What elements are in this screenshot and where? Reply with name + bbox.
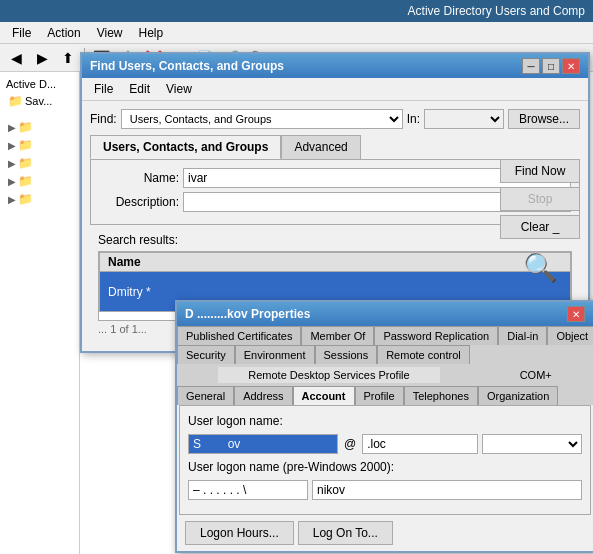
- forward-button[interactable]: ▶: [30, 47, 54, 69]
- tree-item-3[interactable]: ▶ 📁: [8, 154, 75, 172]
- menu-file[interactable]: File: [4, 24, 39, 42]
- clear-all-button[interactable]: Clear _: [500, 215, 580, 239]
- tab-users-contacts-groups[interactable]: Users, Contacts, and Groups: [90, 135, 281, 159]
- properties-controls: ✕: [567, 306, 585, 322]
- prop-tabs-row3: General Address Account Profile Telephon…: [177, 386, 593, 405]
- tab-account[interactable]: Account: [293, 386, 355, 405]
- menu-action[interactable]: Action: [39, 24, 88, 42]
- pre2000-input-row: [188, 480, 582, 500]
- com-plus-label: COM+: [520, 369, 552, 381]
- tab-password-replication[interactable]: Password Replication: [374, 326, 498, 345]
- search-icon-area: 🔍: [500, 251, 580, 284]
- properties-dialog: D .........kov Properties ✕ Published Ce…: [175, 300, 593, 553]
- prop-tabs-row1: Published Certificates Member Of Passwor…: [177, 326, 593, 345]
- find-dialog-title: Find Users, Contacts, and Groups: [90, 59, 284, 73]
- tab-member-of[interactable]: Member Of: [301, 326, 374, 345]
- tree-item-5[interactable]: ▶ 📁: [8, 190, 75, 208]
- find-tabs: Users, Contacts, and Groups Advanced: [90, 135, 580, 159]
- user-logon-input-row: @: [188, 434, 582, 454]
- prop-content: User logon name: @ User logon name (pre-…: [179, 405, 591, 515]
- find-dialog-controls: ─ □ ✕: [522, 58, 580, 74]
- browse-button[interactable]: Browse...: [508, 109, 580, 129]
- log-on-to-button[interactable]: Log On To...: [298, 521, 393, 545]
- folder-3: 📁: [18, 156, 33, 170]
- dialog-menu-edit[interactable]: Edit: [121, 80, 158, 98]
- arrow-3: ▶: [8, 158, 16, 169]
- user-logon-label: User logon name:: [188, 414, 368, 428]
- tab-address[interactable]: Address: [234, 386, 292, 405]
- at-sign: @: [344, 437, 356, 451]
- find-row: Find: Users, Contacts, and Groups In: Br…: [90, 109, 580, 129]
- tree-item-2[interactable]: ▶ 📁: [8, 136, 75, 154]
- description-label: Description:: [99, 195, 179, 209]
- active-directory-label: Active D...: [6, 78, 56, 90]
- pre2000-prefix-input[interactable]: [188, 480, 308, 500]
- find-dialog-menu: File Edit View: [82, 78, 588, 101]
- tab-dial-in[interactable]: Dial-in: [498, 326, 547, 345]
- user-logon-input[interactable]: [188, 434, 338, 454]
- app-title: Active Directory Users and Comp: [408, 4, 585, 18]
- properties-title-bar: D .........kov Properties ✕: [177, 302, 593, 326]
- sidebar-tree: 📁 Sav... ▶ 📁 ▶ 📁 ▶ 📁 ▶ 📁 ▶ 📁: [4, 92, 75, 208]
- pre2000-label: User logon name (pre-Windows 2000):: [188, 460, 394, 474]
- toolbar-btn-3[interactable]: ⬆: [56, 47, 80, 69]
- tab-telephones[interactable]: Telephones: [404, 386, 478, 405]
- logon-hours-button[interactable]: Logon Hours...: [185, 521, 294, 545]
- back-button[interactable]: ◀: [4, 47, 28, 69]
- tab-advanced[interactable]: Advanced: [281, 135, 360, 159]
- folder-2: 📁: [18, 138, 33, 152]
- prop-footer: Logon Hours... Log On To...: [177, 515, 593, 551]
- title-bar: Active Directory Users and Comp: [0, 0, 593, 22]
- arrow-1: ▶: [8, 122, 16, 133]
- in-label: In:: [407, 112, 420, 126]
- find-label: Find:: [90, 112, 117, 126]
- stop-button[interactable]: Stop: [500, 187, 580, 211]
- rdp-label: Remote Desktop Services Profile: [218, 367, 439, 383]
- properties-close-button[interactable]: ✕: [567, 306, 585, 322]
- tab-remote-control[interactable]: Remote control: [377, 345, 470, 364]
- dialog-actions: Find Now Stop Clear _ 🔍: [500, 159, 580, 284]
- domain-select[interactable]: [482, 434, 582, 454]
- tab-general[interactable]: General: [177, 386, 234, 405]
- tab-object[interactable]: Object: [547, 326, 593, 345]
- close-button[interactable]: ✕: [562, 58, 580, 74]
- folder-1: 📁: [18, 120, 33, 134]
- tab-organization[interactable]: Organization: [478, 386, 558, 405]
- prop-tabs-row2: Security Environment Sessions Remote con…: [177, 345, 593, 364]
- minimize-button[interactable]: ─: [522, 58, 540, 74]
- pre2000-suffix-input[interactable]: [312, 480, 582, 500]
- user-logon-row: User logon name:: [188, 414, 582, 428]
- spacer: [8, 110, 75, 118]
- menu-help[interactable]: Help: [131, 24, 172, 42]
- tab-published-certs[interactable]: Published Certificates: [177, 326, 301, 345]
- tree-item-4[interactable]: ▶ 📁: [8, 172, 75, 190]
- tab-environment[interactable]: Environment: [235, 345, 315, 364]
- tree-item-1[interactable]: ▶ 📁: [8, 118, 75, 136]
- tab-sessions[interactable]: Sessions: [315, 345, 378, 364]
- maximize-button[interactable]: □: [542, 58, 560, 74]
- folder-4: 📁: [18, 174, 33, 188]
- magnifier-icon: 🔍: [523, 251, 558, 284]
- tab-profile[interactable]: Profile: [355, 386, 404, 405]
- sidebar-header: Active D...: [4, 76, 75, 92]
- properties-title: D .........kov Properties: [185, 307, 310, 321]
- tab-security[interactable]: Security: [177, 345, 235, 364]
- sidebar-save[interactable]: 📁 Sav...: [8, 92, 75, 110]
- pre2000-label-row: User logon name (pre-Windows 2000):: [188, 460, 582, 474]
- find-dialog-title-bar: Find Users, Contacts, and Groups ─ □ ✕: [82, 54, 588, 78]
- dialog-menu-file[interactable]: File: [86, 80, 121, 98]
- name-label: Name:: [99, 171, 179, 185]
- domain-input[interactable]: [362, 434, 478, 454]
- find-type-select[interactable]: Users, Contacts, and Groups: [121, 109, 403, 129]
- arrow-5: ▶: [8, 194, 16, 205]
- menu-view[interactable]: View: [89, 24, 131, 42]
- rdp-row: Remote Desktop Services Profile COM+: [177, 364, 593, 386]
- find-in-select[interactable]: [424, 109, 504, 129]
- menu-bar: File Action View Help: [0, 22, 593, 44]
- sidebar: Active D... 📁 Sav... ▶ 📁 ▶ 📁 ▶ 📁 ▶ �: [0, 72, 80, 554]
- folder-5: 📁: [18, 192, 33, 206]
- arrow-4: ▶: [8, 176, 16, 187]
- dialog-menu-view[interactable]: View: [158, 80, 200, 98]
- find-now-button[interactable]: Find Now: [500, 159, 580, 183]
- arrow-2: ▶: [8, 140, 16, 151]
